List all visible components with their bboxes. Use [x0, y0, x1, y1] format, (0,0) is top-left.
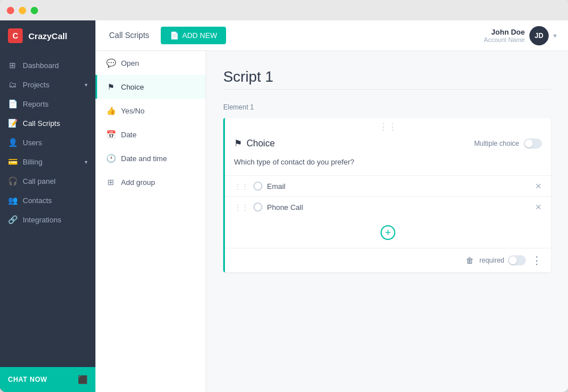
required-label: required	[479, 256, 504, 264]
tab-call-scripts[interactable]: Call Scripts	[107, 20, 152, 50]
script-item-choice[interactable]: ⚑ Choice	[95, 75, 206, 99]
toggle-knob	[509, 256, 517, 264]
add-new-icon: 📄	[170, 31, 179, 40]
script-item-yes-no[interactable]: 👍 Yes/No	[95, 99, 206, 123]
sidebar-item-projects[interactable]: 🗂 Projects ▾	[0, 75, 95, 94]
remove-choice-button[interactable]: ✕	[535, 203, 542, 212]
reports-icon: 📄	[8, 99, 17, 108]
script-item-label: Date	[121, 130, 136, 139]
sidebar-item-label: Billing	[23, 158, 43, 166]
user-area: John Doe Account Name JD ▾	[484, 26, 557, 45]
sidebar-item-integrations[interactable]: 🔗 Integrations	[0, 210, 95, 229]
more-options-button[interactable]: ⋮	[532, 254, 542, 267]
sidebar-item-billing[interactable]: 💳 Billing ▾	[0, 152, 95, 171]
required-toggle-switch[interactable]	[508, 255, 526, 265]
open-icon: 💬	[106, 58, 115, 68]
app-window: C CrazyCall ⊞ Dashboard 🗂 Projects ▾ 📄 R…	[0, 0, 568, 392]
add-group-icon: ⊞	[106, 178, 115, 187]
script-item-date-time[interactable]: 🕐 Date and time	[95, 146, 206, 170]
multiple-choice-toggle-switch[interactable]	[524, 138, 542, 149]
chat-icon: ⬛	[78, 375, 87, 384]
script-item-label: Yes/No	[121, 107, 144, 115]
close-button[interactable]	[7, 7, 14, 14]
script-item-label: Date and time	[121, 154, 167, 163]
multiple-choice-text: Multiple choice	[474, 140, 519, 147]
choice-item-2: ⋮⋮ Phone Call ✕	[225, 196, 551, 217]
contacts-icon: 👥	[8, 196, 17, 205]
projects-icon: 🗂	[8, 80, 17, 89]
drag-dots-icon[interactable]: ⋮⋮	[234, 182, 249, 191]
add-new-button[interactable]: 📄 ADD NEW	[161, 27, 226, 44]
drag-dots-icon[interactable]: ⋮⋮	[234, 203, 249, 212]
chat-now-button[interactable]: Chat now ⬛	[0, 367, 95, 392]
sidebar-nav: ⊞ Dashboard 🗂 Projects ▾ 📄 Reports 📝 Cal…	[0, 51, 95, 367]
sidebar-item-call-scripts[interactable]: 📝 Call Scripts	[0, 113, 95, 133]
main-content: Call Scripts 📄 ADD NEW John Doe Account …	[95, 20, 568, 392]
sidebar-item-label: Call panel	[23, 177, 56, 186]
script-item-date[interactable]: 📅 Date	[95, 123, 206, 146]
element-card-footer: 🗑 required ⋮	[225, 248, 551, 272]
drag-handle[interactable]: ⋮⋮	[225, 118, 551, 134]
script-item-add-group[interactable]: ⊞ Add group	[95, 170, 206, 194]
minimize-button[interactable]	[19, 7, 26, 14]
chevron-down-icon: ▾	[85, 82, 87, 88]
sidebar-item-label: Contacts	[23, 196, 52, 205]
date-icon: 📅	[106, 130, 115, 139]
element-card-header: ⚑ Choice Multiple choice	[225, 134, 551, 155]
sidebar-item-label: Call Scripts	[23, 119, 60, 128]
avatar[interactable]: JD	[529, 26, 549, 45]
chat-now-label: Chat now	[8, 376, 47, 383]
radio-circle[interactable]	[253, 182, 262, 191]
sidebar-item-label: Users	[23, 138, 42, 147]
choice-icon: ⚑	[106, 82, 115, 91]
script-sidebar: 💬 Open ⚑ Choice 👍 Yes/No 📅 Date	[95, 51, 206, 392]
chevron-down-icon[interactable]: ▾	[553, 32, 557, 40]
chevron-down-icon: ▾	[85, 159, 87, 165]
script-item-label: Add group	[121, 178, 155, 187]
tab-label: Call Scripts	[109, 31, 149, 40]
sidebar: C CrazyCall ⊞ Dashboard 🗂 Projects ▾ 📄 R…	[0, 20, 95, 392]
choice-label: Phone Call	[267, 203, 531, 212]
element-type-label: Choice	[247, 138, 275, 149]
maximize-button[interactable]	[31, 7, 38, 14]
content-area: 💬 Open ⚑ Choice 👍 Yes/No 📅 Date	[95, 51, 568, 392]
script-item-label: Choice	[121, 83, 144, 91]
choice-item-1: ⋮⋮ Email ✕	[225, 175, 551, 196]
user-info: John Doe Account Name	[484, 28, 525, 43]
sidebar-item-call-panel[interactable]: 🎧 Call panel	[0, 171, 95, 191]
element-card: ⋮⋮ ⚑ Choice Multiple choice Which t	[223, 118, 551, 272]
account-name: Account Name	[484, 36, 525, 43]
delete-button[interactable]: 🗑	[466, 256, 474, 265]
call-scripts-icon: 📝	[8, 119, 17, 128]
question-text[interactable]: Which type of contact do you prefer?	[225, 155, 551, 175]
users-icon: 👤	[8, 138, 17, 147]
sidebar-item-label: Dashboard	[23, 61, 59, 70]
add-circle-icon: +	[381, 225, 395, 240]
toggle-knob	[525, 140, 533, 147]
element-label: Element 1	[223, 103, 551, 111]
radio-circle[interactable]	[253, 203, 262, 212]
add-new-label: ADD NEW	[182, 31, 217, 40]
user-name: John Doe	[484, 28, 525, 36]
integrations-icon: 🔗	[8, 215, 17, 224]
sidebar-item-label: Integrations	[23, 216, 61, 224]
app-body: C CrazyCall ⊞ Dashboard 🗂 Projects ▾ 📄 R…	[0, 20, 568, 392]
choice-label: Email	[267, 182, 531, 191]
dashboard-icon: ⊞	[8, 61, 17, 70]
call-panel-icon: 🎧	[8, 176, 17, 186]
sidebar-item-label: Projects	[23, 81, 49, 89]
script-item-open[interactable]: 💬 Open	[95, 51, 206, 75]
top-bar: Call Scripts 📄 ADD NEW John Doe Account …	[95, 20, 568, 51]
billing-icon: 💳	[8, 157, 17, 166]
sidebar-item-contacts[interactable]: 👥 Contacts	[0, 191, 95, 210]
sidebar-item-dashboard[interactable]: ⊞ Dashboard	[0, 56, 95, 75]
required-toggle-area: required	[479, 255, 526, 265]
sidebar-item-users[interactable]: 👤 Users	[0, 133, 95, 152]
datetime-icon: 🕐	[106, 154, 115, 163]
sidebar-item-reports[interactable]: 📄 Reports	[0, 94, 95, 113]
remove-choice-button[interactable]: ✕	[535, 182, 542, 191]
sidebar-item-label: Reports	[23, 100, 49, 108]
trash-icon: 🗑	[466, 256, 474, 265]
add-choice-button[interactable]: +	[225, 217, 551, 248]
title-bar	[0, 0, 568, 20]
